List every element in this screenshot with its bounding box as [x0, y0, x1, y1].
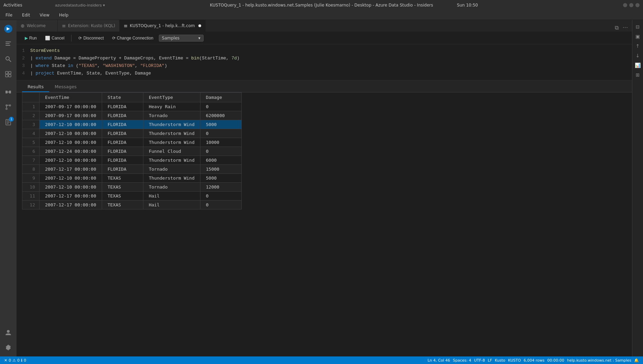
status-errors[interactable]: ✕ 0 ⚠ 0 ℹ 0: [3, 356, 28, 364]
svg-rect-2: [6, 43, 10, 44]
svg-rect-3: [6, 45, 10, 46]
close-btn[interactable]: [635, 3, 640, 7]
right-icon-chart[interactable]: 📊: [634, 61, 642, 69]
code-content-3: | where State in ("TEXAS", "WASHINGTON",…: [30, 62, 632, 70]
code-content-4: | project EventTime, State, EventType, D…: [30, 70, 632, 77]
right-icon-up[interactable]: ↑: [634, 42, 642, 50]
menu-edit[interactable]: Edit: [20, 12, 32, 18]
line-num-2: 2: [17, 55, 30, 62]
table-cell: 2007-12-24 00:00:00: [40, 147, 102, 156]
activity-connections[interactable]: [2, 86, 14, 98]
status-ln[interactable]: Ln 4, Col 46: [426, 358, 451, 363]
status-rows[interactable]: 6,004 rows: [522, 358, 546, 363]
table-cell: 15000: [200, 165, 241, 174]
row-number-cell: 9: [22, 174, 40, 183]
more-tabs-icon[interactable]: ···: [621, 24, 629, 32]
menu-help[interactable]: Help: [57, 12, 70, 18]
svg-point-15: [6, 108, 7, 110]
status-connection[interactable]: help.kusto.windows.net : Samples: [566, 358, 633, 363]
cancel-button[interactable]: ⬜ Cancel: [42, 35, 67, 42]
maximize-btn[interactable]: [629, 3, 633, 7]
results-table: EventTime State EventType Damage 12007-0…: [22, 92, 242, 209]
svg-rect-6: [6, 71, 8, 74]
tab-query[interactable]: ≡ KUSTOQuery_1 - help.k...ft.com: [120, 20, 206, 32]
disconnect-icon: ⟳: [78, 36, 82, 41]
tab-extension[interactable]: ≡ Extension: Kusto (KQL): [58, 20, 120, 32]
activity-account[interactable]: [2, 326, 14, 339]
table-cell: FLORIDA: [102, 138, 143, 147]
table-cell: 0: [200, 201, 241, 209]
table-row: 22007-09-17 00:00:00FLORIDATornado620000…: [22, 111, 242, 120]
window-controls[interactable]: [623, 3, 640, 7]
status-eol[interactable]: LF: [487, 358, 493, 363]
col-eventtime[interactable]: EventTime: [40, 93, 102, 102]
table-cell: 6200000: [200, 111, 241, 120]
right-icon-1[interactable]: ⊟: [634, 23, 642, 31]
cancel-icon: ⬜: [45, 36, 50, 41]
activity-search[interactable]: [2, 53, 14, 65]
run-button[interactable]: ▶ Run: [22, 35, 40, 42]
row-number-cell: 6: [22, 147, 40, 156]
info-icon: ℹ: [21, 358, 22, 363]
right-icon-2[interactable]: ▣: [634, 32, 642, 41]
row-number-cell: 8: [22, 165, 40, 174]
results-table-container[interactable]: EventTime State EventType Damage 12007-0…: [17, 92, 632, 356]
change-connection-button[interactable]: ⟳ Change Connection: [109, 35, 156, 42]
table-row: 112007-12-17 00:00:00TEXASHail0: [22, 192, 242, 201]
welcome-tab-icon: ⊕: [21, 23, 25, 29]
disconnect-button[interactable]: ⟳ Disconnect: [76, 35, 106, 42]
right-icon-grid[interactable]: ⊞: [634, 71, 642, 79]
activities-label: Activities: [3, 3, 22, 8]
tab-welcome-label: Welcome: [27, 23, 46, 28]
col-damage[interactable]: Damage: [200, 93, 241, 102]
activity-settings[interactable]: [2, 341, 14, 354]
messages-tab[interactable]: Messages: [49, 82, 82, 92]
row-number-cell: 4: [22, 129, 40, 138]
tab-welcome[interactable]: ⊕ Welcome: [17, 20, 58, 32]
table-row: 72007-12-10 00:00:00FLORIDAThunderstorm …: [22, 156, 242, 165]
table-row: 92007-12-10 00:00:00TEXASThunderstorm Wi…: [22, 174, 242, 183]
table-cell: FLORIDA: [102, 165, 143, 174]
change-connection-label: Change Connection: [117, 36, 153, 41]
status-schema[interactable]: KUSTO: [506, 358, 522, 363]
split-editor-icon[interactable]: ⧉: [613, 24, 620, 32]
minimize-btn[interactable]: [623, 3, 627, 7]
status-time[interactable]: 00:00:00: [546, 358, 566, 363]
table-cell: TEXAS: [102, 201, 143, 209]
table-cell: FLORIDA: [102, 129, 143, 138]
database-selector[interactable]: Samples ▾: [159, 35, 204, 42]
row-number-cell: 11: [22, 192, 40, 201]
code-editor[interactable]: 1 StormEvents 2 | extend Damage = Damage…: [17, 44, 632, 80]
right-icon-down[interactable]: ↓: [634, 52, 642, 60]
status-notifications[interactable]: 🔔: [633, 358, 640, 363]
table-cell: 2007-12-10 00:00:00: [40, 129, 102, 138]
database-name: Samples: [162, 36, 179, 41]
status-encoding[interactable]: UTF-8: [473, 358, 487, 363]
ln-text: Ln 4, Col 46: [427, 358, 450, 363]
results-tab-bar: Results Messages: [17, 80, 632, 92]
activity-notebooks[interactable]: 1: [2, 116, 14, 128]
table-cell: FLORIDA: [102, 111, 143, 120]
row-number-cell: 7: [22, 156, 40, 165]
menu-file[interactable]: File: [3, 12, 14, 18]
menu-view[interactable]: View: [37, 12, 51, 18]
activity-git[interactable]: [2, 101, 14, 113]
col-state[interactable]: State: [102, 93, 143, 102]
table-cell: FLORIDA: [102, 102, 143, 111]
status-spaces[interactable]: Spaces: 4: [451, 358, 472, 363]
table-cell: 2007-12-17 00:00:00: [40, 165, 102, 174]
encoding-text: UTF-8: [474, 358, 485, 363]
time-text: 00:00:00: [547, 358, 564, 363]
cancel-label: Cancel: [52, 36, 64, 41]
svg-rect-1: [6, 42, 11, 42]
table-cell: 2007-12-10 00:00:00: [40, 120, 102, 129]
results-tab[interactable]: Results: [22, 82, 49, 92]
table-cell: 5000: [200, 174, 241, 183]
code-line-3: 3 | where State in ("TEXAS", "WASHINGTON…: [17, 62, 632, 70]
row-number-cell: 1: [22, 102, 40, 111]
activity-explorer[interactable]: [2, 38, 14, 50]
status-language[interactable]: Kusto: [493, 358, 506, 363]
table-cell: FLORIDA: [102, 147, 143, 156]
activity-extensions[interactable]: [2, 68, 14, 80]
col-eventtype[interactable]: EventType: [143, 93, 200, 102]
